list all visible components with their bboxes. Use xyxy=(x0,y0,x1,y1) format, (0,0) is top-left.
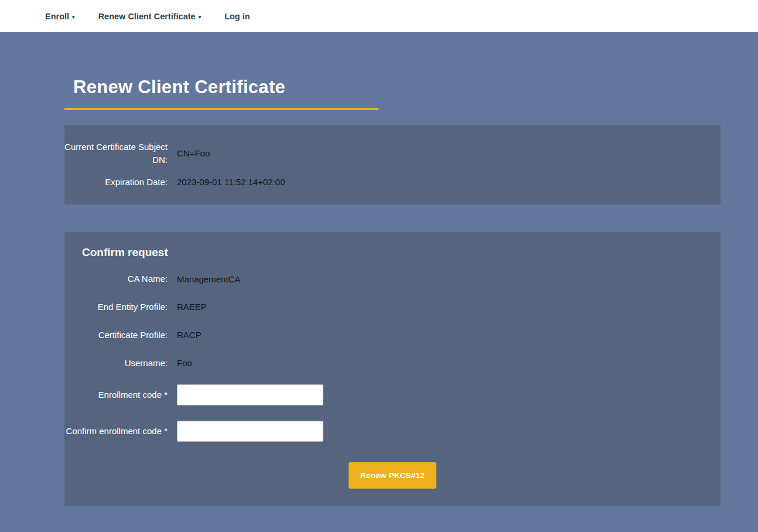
main-content: Renew Client Certificate Current Certifi… xyxy=(64,32,721,532)
username-label: Username: xyxy=(64,357,168,370)
enrollment-code-row: Enrollment code * xyxy=(64,377,721,413)
subject-dn-label: Current Certificate Subject DN: xyxy=(64,141,168,166)
confirm-request-panel: Confirm request CA Name: ManagementCA En… xyxy=(64,232,721,506)
end-entity-profile-row: End Entity Profile: RAEEP xyxy=(64,293,721,321)
nav-log-in[interactable]: Log in xyxy=(224,12,250,21)
nav-enroll[interactable]: Enroll ▾ xyxy=(45,12,75,21)
enrollment-code-input[interactable] xyxy=(177,384,323,405)
title-underline xyxy=(64,108,378,110)
certificate-profile-value: RACP xyxy=(177,330,202,340)
enrollment-code-label: Enrollment code * xyxy=(64,388,168,401)
certificate-info-panel: Current Certificate Subject DN: CN=Foo E… xyxy=(64,125,721,204)
ca-name-value: ManagementCA xyxy=(177,274,240,284)
expiration-date-row: Expiration Date: 2023-09-01 11:52:14+02:… xyxy=(64,171,721,193)
caret-down-icon: ▾ xyxy=(199,14,202,20)
confirm-enrollment-code-input[interactable] xyxy=(177,421,323,442)
nav-renew-label: Renew Client Certificate xyxy=(98,12,196,21)
renew-pkcs12-button[interactable]: Renew PKCS#12 xyxy=(349,462,436,489)
top-nav: Enroll ▾ Renew Client Certificate ▾ Log … xyxy=(0,0,758,32)
button-row: Renew PKCS#12 xyxy=(64,462,721,489)
nav-enroll-label: Enroll xyxy=(45,12,69,21)
subject-dn-value: CN=Foo xyxy=(177,148,210,158)
caret-down-icon: ▾ xyxy=(72,14,75,20)
confirm-enrollment-code-row: Confirm enrollment code * xyxy=(64,413,721,449)
certificate-profile-row: Certificate Profile: RACP xyxy=(64,321,721,349)
ca-name-label: CA Name: xyxy=(64,272,168,285)
ca-name-row: CA Name: ManagementCA xyxy=(64,265,721,293)
username-value: Foo xyxy=(177,358,192,368)
nav-login-label: Log in xyxy=(224,12,250,21)
certificate-profile-label: Certificate Profile: xyxy=(64,329,168,342)
username-row: Username: Foo xyxy=(64,349,721,377)
expiration-date-label: Expiration Date: xyxy=(64,176,168,189)
confirm-enrollment-code-label: Confirm enrollment code * xyxy=(64,425,168,438)
subject-dn-row: Current Certificate Subject DN: CN=Foo xyxy=(64,136,721,171)
end-entity-profile-value: RAEEP xyxy=(177,302,207,312)
confirm-request-heading: Confirm request xyxy=(82,246,721,259)
nav-renew-client-certificate[interactable]: Renew Client Certificate ▾ xyxy=(98,12,202,21)
end-entity-profile-label: End Entity Profile: xyxy=(64,301,168,313)
expiration-date-value: 2023-09-01 11:52:14+02:00 xyxy=(177,177,285,187)
page-title: Renew Client Certificate xyxy=(64,32,721,98)
